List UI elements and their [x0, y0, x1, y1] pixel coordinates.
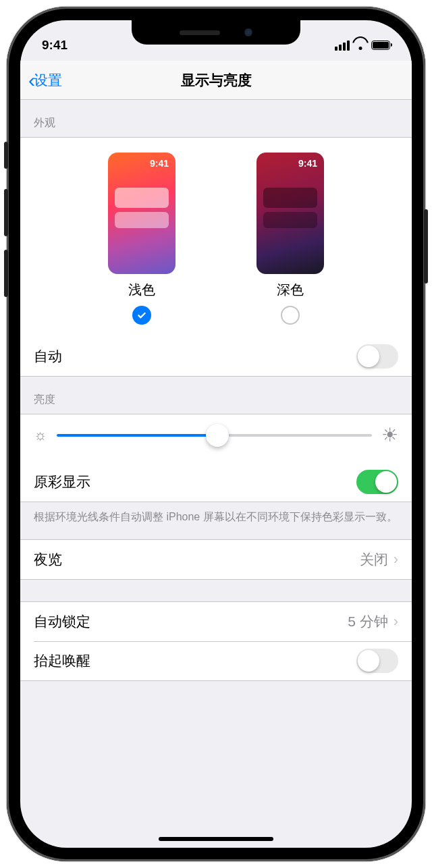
nav-bar: ‹ 设置 显示与亮度 — [20, 61, 412, 100]
status-time: 9:41 — [42, 38, 68, 53]
appearance-chooser: 9:41 浅色 9:41 — [20, 138, 412, 337]
device-frame: 9:41 ‹ 设置 显示与亮度 外观 9 — [7, 7, 425, 861]
light-mode-radio[interactable] — [132, 306, 151, 325]
brightness-panel: ☼ ☀ 原彩显示 — [20, 414, 412, 502]
auto-lock-value: 5 分钟 — [348, 612, 388, 631]
content-scroll[interactable]: 外观 9:41 浅色 — [20, 100, 412, 848]
raise-to-wake-toggle[interactable] — [356, 649, 398, 673]
cellular-signal-icon — [335, 40, 350, 51]
back-label: 设置 — [34, 71, 62, 90]
appearance-auto-row[interactable]: 自动 — [20, 337, 412, 376]
status-icons — [335, 40, 390, 51]
brightness-slider-row: ☼ ☀ — [20, 414, 412, 462]
speaker-grill — [180, 30, 220, 35]
light-mode-label: 浅色 — [128, 281, 155, 299]
appearance-mode-dark[interactable]: 9:41 深色 — [256, 153, 324, 325]
light-mode-preview: 9:41 — [108, 153, 176, 274]
brightness-high-icon: ☀ — [381, 424, 398, 446]
section-header-appearance: 外观 — [20, 100, 412, 137]
mute-switch — [4, 142, 8, 169]
brightness-low-icon: ☼ — [34, 427, 47, 444]
auto-lock-label: 自动锁定 — [34, 612, 90, 631]
notch — [132, 20, 300, 45]
page-title: 显示与亮度 — [181, 71, 252, 90]
true-tone-toggle[interactable] — [356, 470, 398, 494]
front-camera — [244, 28, 252, 36]
raise-to-wake-label: 抬起唤醒 — [34, 651, 90, 670]
back-button[interactable]: ‹ 设置 — [28, 70, 62, 90]
dark-mode-radio[interactable] — [281, 306, 300, 325]
appearance-panel: 9:41 浅色 9:41 — [20, 137, 412, 377]
screen: 9:41 ‹ 设置 显示与亮度 外观 9 — [20, 20, 412, 848]
brightness-slider-knob[interactable] — [206, 424, 229, 447]
wifi-icon — [354, 40, 367, 50]
home-indicator[interactable] — [159, 837, 273, 841]
appearance-auto-label: 自动 — [34, 347, 62, 366]
true-tone-row[interactable]: 原彩显示 — [20, 462, 412, 501]
battery-icon — [371, 40, 390, 50]
night-shift-row[interactable]: 夜览 关闭 › — [20, 540, 412, 579]
chevron-right-icon: › — [394, 613, 398, 630]
dark-mode-label: 深色 — [277, 281, 304, 299]
appearance-auto-toggle[interactable] — [356, 344, 398, 369]
night-shift-panel: 夜览 关闭 › — [20, 539, 412, 580]
auto-lock-row[interactable]: 自动锁定 5 分钟 › — [20, 602, 412, 641]
power-button — [424, 209, 428, 283]
true-tone-footnote: 根据环境光线条件自动调整 iPhone 屏幕以在不同环境下保持色彩显示一致。 — [20, 502, 412, 539]
brightness-slider[interactable] — [57, 434, 372, 437]
dark-mode-preview: 9:41 — [256, 153, 324, 274]
night-shift-value: 关闭 — [360, 550, 388, 569]
section-header-brightness: 亮度 — [20, 377, 412, 414]
appearance-mode-light[interactable]: 9:41 浅色 — [108, 153, 176, 325]
chevron-right-icon: › — [394, 551, 398, 568]
misc-panel: 自动锁定 5 分钟 › 抬起唤醒 — [20, 601, 412, 681]
volume-down-button — [4, 250, 8, 297]
raise-to-wake-row[interactable]: 抬起唤醒 — [20, 641, 412, 680]
volume-up-button — [4, 189, 8, 236]
night-shift-label: 夜览 — [34, 550, 62, 569]
true-tone-label: 原彩显示 — [34, 472, 90, 491]
check-icon — [136, 310, 147, 321]
